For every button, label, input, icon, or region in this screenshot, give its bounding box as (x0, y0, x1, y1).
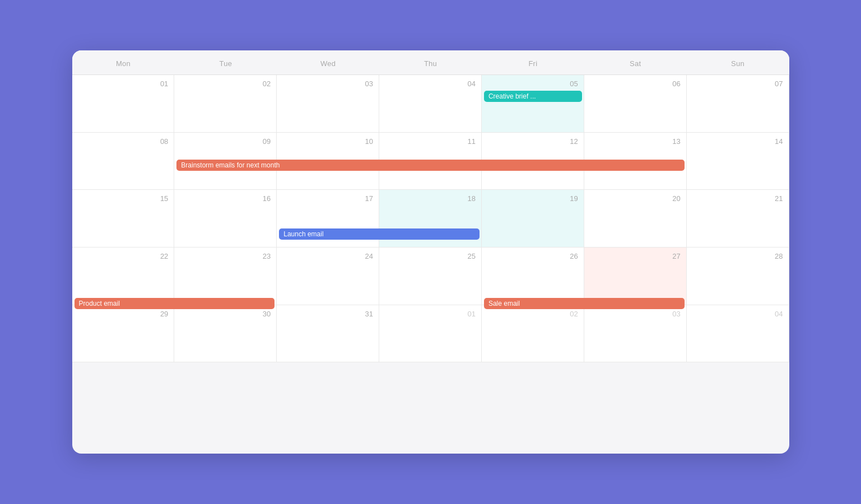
day-cell-26[interactable]: 26 (482, 248, 584, 305)
day-cell-23[interactable]: 23 (174, 248, 277, 305)
day-cell-05[interactable]: 05 (482, 75, 584, 133)
day-cell-19[interactable]: 19 (482, 190, 584, 248)
day-cell-22[interactable]: 22 (72, 248, 175, 305)
calendar-header: Mon Tue Wed Thu Fri Sat Sun (72, 50, 789, 75)
day-cell-24[interactable]: 24 (277, 248, 379, 305)
day-cell-01[interactable]: 01 (72, 75, 175, 133)
day-cell-20[interactable]: 20 (584, 190, 687, 248)
day-header-fri: Fri (482, 50, 584, 74)
day-cell-02[interactable]: 02 (174, 75, 277, 133)
day-header-sun: Sun (687, 50, 789, 74)
day-cell-16[interactable]: 16 (174, 190, 277, 248)
day-cell-08[interactable]: 08 (72, 133, 175, 190)
day-header-mon: Mon (72, 50, 175, 74)
day-cell-06[interactable]: 06 (584, 75, 687, 133)
day-cell-15[interactable]: 15 (72, 190, 175, 248)
day-cell-30[interactable]: 30 (174, 305, 277, 363)
day-cell-09[interactable]: 09 (174, 133, 277, 190)
day-cell-07[interactable]: 07 (687, 75, 789, 133)
day-cell-10[interactable]: 10 (277, 133, 379, 190)
calendar-body: 01 02 03 04 05 06 07 08 09 10 11 12 13 1… (72, 75, 789, 449)
day-cell-03[interactable]: 03 (277, 75, 379, 133)
day-cell-25[interactable]: 25 (379, 248, 482, 305)
day-cell-04[interactable]: 04 (379, 75, 482, 133)
calendar-grid: 01 02 03 04 05 06 07 08 09 10 11 12 13 1… (72, 75, 789, 420)
day-cell-next-01[interactable]: 01 (379, 305, 482, 363)
day-cell-next-03[interactable]: 03 (584, 305, 687, 363)
day-cell-21[interactable]: 21 (687, 190, 789, 248)
day-cell-12[interactable]: 12 (482, 133, 584, 190)
day-cell-28[interactable]: 28 (687, 248, 789, 305)
day-header-wed: Wed (277, 50, 379, 74)
day-cell-17[interactable]: 17 (277, 190, 379, 248)
day-header-tue: Tue (174, 50, 277, 74)
day-cell-29[interactable]: 29 (72, 305, 175, 363)
day-cell-13[interactable]: 13 (584, 133, 687, 190)
day-cell-11[interactable]: 11 (379, 133, 482, 190)
calendar-container: Mon Tue Wed Thu Fri Sat Sun 01 02 03 04 … (72, 50, 789, 454)
day-cell-next-02[interactable]: 02 (482, 305, 584, 363)
day-cell-18[interactable]: 18 (379, 190, 482, 248)
day-header-sat: Sat (584, 50, 687, 74)
day-header-thu: Thu (379, 50, 482, 74)
day-cell-27[interactable]: 27 (584, 248, 687, 305)
day-cell-31[interactable]: 31 (277, 305, 379, 363)
day-cell-14[interactable]: 14 (687, 133, 789, 190)
day-cell-next-04[interactable]: 04 (687, 305, 789, 363)
